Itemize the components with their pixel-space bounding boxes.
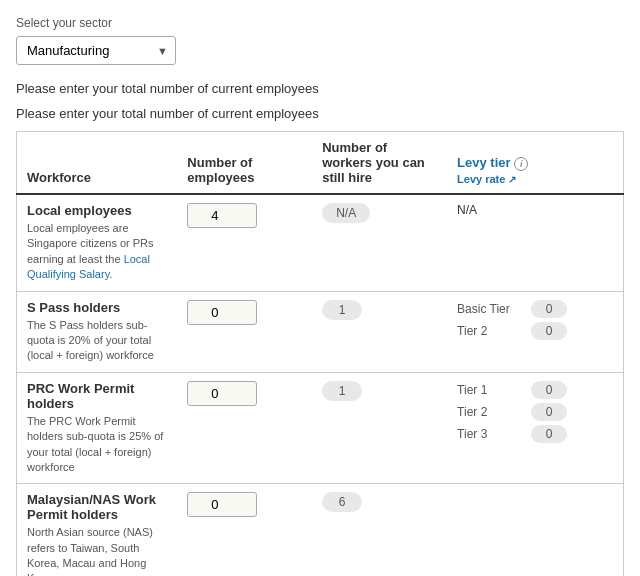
levy-label-prc-tier3: Tier 3 xyxy=(457,427,525,441)
levy-value-basic: 0 xyxy=(531,300,567,318)
table-header-row: Workforce Number of employees Number of … xyxy=(17,132,624,195)
workforce-cell-local: Local employees Local employees are Sing… xyxy=(17,194,178,291)
workers-hire-value-spass: 1 xyxy=(322,300,362,320)
sector-select-wrapper[interactable]: Manufacturing ▼ xyxy=(16,36,176,65)
levy-label-prc-tier2: Tier 2 xyxy=(457,405,525,419)
levy-tier-label: Levy tier xyxy=(457,155,510,170)
table-row: S Pass holders The S Pass holders sub-qu… xyxy=(17,291,624,372)
row-desc-malaysian: North Asian source (NAS) refers to Taiwa… xyxy=(27,525,167,576)
levy-label-basic: Basic Tier xyxy=(457,302,525,316)
levy-row-prc-tier3: Tier 3 0 xyxy=(457,425,613,443)
workforce-cell-spass: S Pass holders The S Pass holders sub-qu… xyxy=(17,291,178,372)
workforce-table: Workforce Number of employees Number of … xyxy=(16,131,624,576)
info-icon[interactable]: i xyxy=(514,157,528,171)
external-link-icon: ↗ xyxy=(508,174,516,185)
workers-hire-value-local: N/A xyxy=(322,203,370,223)
levy-cell-prc: Tier 1 0 Tier 2 0 Tier 3 0 xyxy=(447,372,623,484)
num-employees-input-prc[interactable] xyxy=(187,381,257,406)
num-employees-input-spass[interactable] xyxy=(187,300,257,325)
levy-value-prc-tier3: 0 xyxy=(531,425,567,443)
levy-row-tier2: Tier 2 0 xyxy=(457,322,613,340)
num-employees-input-malaysian[interactable] xyxy=(187,492,257,517)
row-title-prc: PRC Work Permit holders xyxy=(27,381,167,411)
header-levy: Levy tier i Levy rate ↗ xyxy=(447,132,623,195)
levy-value-tier2: 0 xyxy=(531,322,567,340)
table-row: Local employees Local employees are Sing… xyxy=(17,194,624,291)
header-workers-hire: Number of workers you can still hire xyxy=(312,132,447,195)
workforce-cell-prc: PRC Work Permit holders The PRC Work Per… xyxy=(17,372,178,484)
levy-row-prc-tier1: Tier 1 0 xyxy=(457,381,613,399)
levy-cell-malaysian xyxy=(447,484,623,576)
num-employees-cell-spass xyxy=(177,291,312,372)
levy-cell-local: N/A xyxy=(447,194,623,291)
sector-select[interactable]: Manufacturing xyxy=(16,36,176,65)
row-title-spass: S Pass holders xyxy=(27,300,167,315)
row-desc-local: Local employees are Singapore citizens o… xyxy=(27,221,167,283)
levy-na-local: N/A xyxy=(457,203,477,217)
row-title-malaysian: Malaysian/NAS Work Permit holders xyxy=(27,492,167,522)
header-workforce: Workforce xyxy=(17,132,178,195)
row-desc-prc: The PRC Work Permit holders sub-quota is… xyxy=(27,414,167,476)
workers-hire-cell-prc: 1 xyxy=(312,372,447,484)
row-title-local: Local employees xyxy=(27,203,167,218)
levy-value-prc-tier1: 0 xyxy=(531,381,567,399)
levy-row-prc-tier2: Tier 2 0 xyxy=(457,403,613,421)
sector-label: Select your sector xyxy=(16,16,624,30)
num-employees-cell-malaysian xyxy=(177,484,312,576)
row-desc-spass: The S Pass holders sub-quota is 20% of y… xyxy=(27,318,167,364)
num-employees-cell-prc xyxy=(177,372,312,484)
levy-rate-link[interactable]: Levy rate ↗ xyxy=(457,173,613,185)
levy-value-prc-tier2: 0 xyxy=(531,403,567,421)
header-num-employees: Number of employees xyxy=(177,132,312,195)
table-row: PRC Work Permit holders The PRC Work Per… xyxy=(17,372,624,484)
levy-rate-label: Levy rate xyxy=(457,173,505,185)
workers-hire-value-prc: 1 xyxy=(322,381,362,401)
workforce-cell-malaysian: Malaysian/NAS Work Permit holders North … xyxy=(17,484,178,576)
instruction-full: Please enter your total number of curren… xyxy=(16,106,624,121)
workers-hire-cell-local: N/A xyxy=(312,194,447,291)
table-row: Malaysian/NAS Work Permit holders North … xyxy=(17,484,624,576)
levy-cell-spass: Basic Tier 0 Tier 2 0 xyxy=(447,291,623,372)
num-employees-input-local[interactable] xyxy=(187,203,257,228)
num-employees-cell-local xyxy=(177,194,312,291)
levy-label-prc-tier1: Tier 1 xyxy=(457,383,525,397)
workers-hire-cell-spass: 1 xyxy=(312,291,447,372)
levy-row-basic: Basic Tier 0 xyxy=(457,300,613,318)
levy-label-tier2: Tier 2 xyxy=(457,324,525,338)
workers-hire-value-malaysian: 6 xyxy=(322,492,362,512)
instruction-text: Please enter your total number of curren… xyxy=(16,81,624,96)
workers-hire-cell-malaysian: 6 xyxy=(312,484,447,576)
local-desc-suffix: . xyxy=(109,268,112,280)
